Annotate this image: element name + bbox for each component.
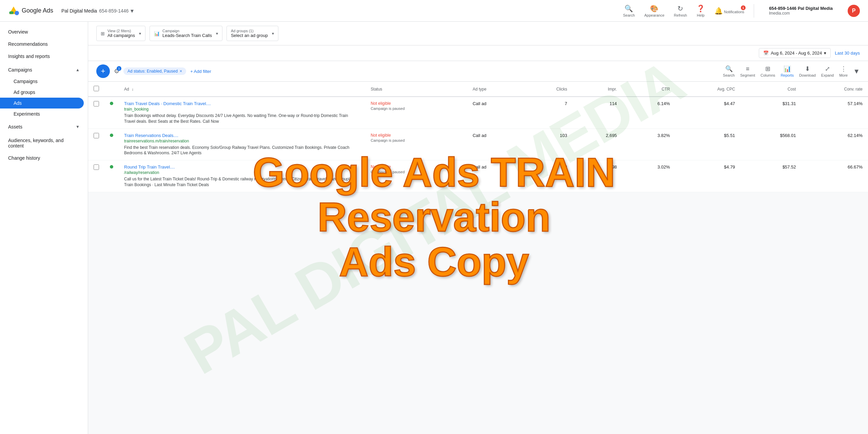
sidebar-item-insights[interactable]: Insights and reports (0, 50, 84, 62)
ad-url[interactable]: trainreservations.m/train/reservation (124, 139, 360, 143)
campaigns-group: Campaigns ▲ Campaigns Ad groups Ads Expe… (0, 64, 88, 119)
toolbar-columns-button[interactable]: ⊞ Columns (761, 65, 775, 77)
row-checkbox-cell[interactable] (88, 129, 104, 160)
date-range-text: Aug 6, 2024 - Aug 6, 2024 (771, 51, 822, 56)
cost-col-header[interactable]: Cost (741, 82, 802, 97)
sidebar-item-change-history[interactable]: Change history (0, 152, 84, 164)
ad-title[interactable]: Round Trip Train Travel.... (124, 164, 360, 170)
sidebar-item-campaigns[interactable]: Campaigns (0, 76, 84, 87)
campaign-status: Campaign is paused (371, 138, 462, 142)
table-header-row: Ad ↓ Status Ad type Clicks Impr. CTR Avg… (88, 82, 868, 97)
ad-description: Train Bookings without delay. Everyday D… (124, 113, 360, 124)
more-icon: ⋮ (841, 65, 847, 73)
row-ctr-cell: 3.82% (622, 129, 675, 160)
select-all-checkbox[interactable] (94, 86, 99, 91)
impr-col-header[interactable]: Impr. (573, 82, 623, 97)
convrate-col-header[interactable]: Conv. rate (801, 82, 868, 97)
row-checkbox-cell[interactable] (88, 160, 104, 192)
filter-tag-close[interactable]: × (180, 69, 182, 74)
row-cost-cell: $31.31 (741, 97, 802, 129)
help-icon: ❓ (696, 4, 705, 13)
adgroup-filter-dropdown[interactable]: Ad groups (1) Select an ad group ▾ (226, 26, 278, 41)
row-status-cell: Not eligible Campaign is paused (365, 129, 467, 160)
row-checkbox[interactable] (94, 101, 99, 106)
row-checkbox[interactable] (94, 164, 99, 170)
row-adtype-cell: Call ad (467, 160, 523, 192)
adtype-col-header[interactable]: Ad type (467, 82, 523, 97)
toolbar-expand-button[interactable]: ⤢ Expand (821, 65, 834, 77)
search-icon: 🔍 (625, 4, 633, 13)
download-icon: ⬇ (805, 65, 810, 73)
ad-url[interactable]: train_booking (124, 107, 360, 112)
row-avgcpc-cell: $4.79 (675, 160, 741, 192)
row-impressions-cell: 398 (573, 160, 623, 192)
add-filter-button[interactable]: + Add filter (190, 69, 211, 74)
help-nav-action[interactable]: ❓ Help (696, 4, 705, 17)
status-dot (110, 134, 113, 137)
date-range-button[interactable]: 📅 Aug 6, 2024 - Aug 6, 2024 ▾ (759, 48, 831, 58)
view-filter-dropdown[interactable]: ⊞ View (2 filters) All campaigns ▾ (96, 26, 145, 41)
add-button[interactable]: + (96, 64, 110, 78)
toolbar-search-button[interactable]: 🔍 Search (723, 65, 735, 77)
toolbar-reports-button[interactable]: 📊 Reports (781, 65, 794, 77)
account-selector[interactable]: Pal Digital Media 654-859-1446 ▾ (61, 7, 134, 15)
appearance-nav-action[interactable]: 🎨 Appearance (644, 4, 664, 17)
row-checkbox-cell[interactable] (88, 97, 104, 129)
toolbar-segment-button[interactable]: ≡ Segment (740, 65, 755, 77)
calendar-icon: 📅 (763, 51, 769, 56)
toolbar-download-button[interactable]: ⬇ Download (799, 65, 816, 77)
date-dropdown-arrow: ▾ (824, 51, 826, 56)
sidebar-item-adgroups[interactable]: Ad groups (0, 87, 84, 98)
filter-button[interactable]: ⚙ 1 (114, 67, 119, 75)
row-cost-cell: $568.01 (741, 129, 802, 160)
row-impressions-cell: 2,695 (573, 129, 623, 160)
row-adtype-cell: Call ad (467, 97, 523, 129)
ads-table-container: Ad ↓ Status Ad type Clicks Impr. CTR Avg… (88, 82, 868, 192)
refresh-nav-action[interactable]: ↻ Refresh (674, 4, 687, 17)
row-status-cell: Not eligible Campaign is paused (365, 160, 467, 192)
campaign-filter-dropdown[interactable]: 📊 Campaign Leads-Search Train Calls ▾ (150, 26, 222, 41)
sidebar-item-experiments[interactable]: Experiments (0, 108, 84, 119)
avgcpc-col-header[interactable]: Avg. CPC (675, 82, 741, 97)
clicks-col-header[interactable]: Clicks (523, 82, 572, 97)
row-avgcpc-cell: $4.47 (675, 97, 741, 129)
toolbar-more-button[interactable]: ⋮ More (839, 65, 848, 77)
sidebar-item-ads[interactable]: Ads (0, 98, 84, 108)
assets-section-label: Assets (8, 124, 22, 130)
ad-title[interactable]: Train Reservations Deals.... (124, 133, 360, 138)
campaign-status: Campaign is paused (371, 170, 462, 174)
select-all-header[interactable] (88, 82, 104, 97)
appearance-icon: 🎨 (650, 4, 658, 13)
assets-group-header[interactable]: Assets ▼ (0, 121, 88, 133)
ad-col-header[interactable]: Ad ↓ (119, 82, 365, 97)
app-logo[interactable]: Google Ads (8, 5, 53, 16)
recommendations-label: Recommendations (8, 41, 48, 47)
date-quick-link[interactable]: Last 30 days (835, 51, 860, 56)
notification-badge: 1 (741, 5, 746, 10)
notifications-nav-action[interactable]: 🔔 1 Notifications (714, 7, 744, 15)
sidebar-item-overview[interactable]: Overview (0, 26, 84, 38)
toolbar-collapse-button[interactable]: ▼ (853, 67, 860, 75)
segment-icon: ≡ (746, 65, 750, 73)
row-checkbox[interactable] (94, 133, 99, 138)
ad-title[interactable]: Train Travel Deals · Domestic Train Trav… (124, 101, 360, 106)
ad-description: Call us for the Latest Train Ticket Deal… (124, 176, 360, 188)
search-nav-action[interactable]: 🔍 Search (623, 4, 635, 17)
user-avatar[interactable]: P (848, 5, 860, 17)
sidebar-item-audiences[interactable]: Audiences, keywords, and content (0, 134, 84, 152)
ad-url[interactable]: /railway/reservation (124, 170, 360, 175)
account-dropdown-arrow[interactable]: ▾ (131, 7, 134, 15)
ctr-col-header[interactable]: CTR (622, 82, 675, 97)
toolbar-search-label: Search (723, 73, 735, 77)
row-status-dot-cell (104, 97, 119, 129)
row-cost-cell: $57.52 (741, 160, 802, 192)
campaigns-group-header[interactable]: Campaigns ▲ (0, 64, 88, 76)
row-clicks-cell: 103 (523, 129, 572, 160)
status-col-header[interactable]: Status (365, 82, 467, 97)
sidebar-item-recommendations[interactable]: Recommendations (0, 38, 84, 50)
main-content: ⊞ View (2 filters) All campaigns ▾ 📊 Cam… (88, 22, 868, 434)
active-filter-tag[interactable]: Ad status: Enabled, Paused × (123, 67, 186, 75)
toolbar-actions: 🔍 Search ≡ Segment ⊞ Columns 📊 Reports ⬇ (723, 65, 860, 77)
filter-count-badge: 1 (117, 66, 121, 71)
status-badge: Not eligible Campaign is paused (371, 101, 462, 111)
